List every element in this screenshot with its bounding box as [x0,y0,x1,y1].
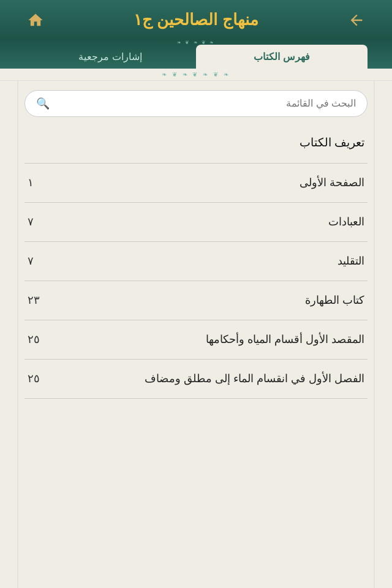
page-line-left [17,81,18,588]
search-container: 🔍 [0,81,392,123]
toc-number-5: ٢٥ [28,333,52,346]
search-box: 🔍 [24,90,368,117]
toc-title-0: تعريف الكتاب [52,134,364,152]
toc-item-0[interactable]: تعريف الكتاب [24,123,368,164]
tab-references[interactable]: إشارات مرجعية [24,45,196,69]
back-button[interactable] [345,9,368,31]
tabs-container: فهرس الكتاب إشارات مرجعية [0,40,392,69]
page-wrapper: منهاج الصالحين ج١ فهرس الكتاب إشارات مرج… [0,0,392,588]
toc-item-2[interactable]: العبادات ٧ [24,203,368,242]
toc-number-3: ٧ [28,254,52,268]
main-content: 🔍 تعريف الكتاب الصفحة الأولى ١ العبادات … [0,81,392,588]
search-icon: 🔍 [36,97,50,110]
toc-title-2: العبادات [52,214,364,230]
toc-item-6[interactable]: الفصل الأول في انقسام الماء إلى مطلق ومض… [24,360,368,399]
toc-item-1[interactable]: الصفحة الأولى ١ [24,164,368,203]
toc-number-4: ٢٣ [28,293,52,307]
toc-number-1: ١ [28,176,52,189]
toc-title-5: المقصد الأول أقسام المياه وأحكامها [52,331,364,348]
toc-title-6: الفصل الأول في انقسام الماء إلى مطلق ومض… [52,371,364,387]
toc-number-6: ٢٥ [28,372,52,385]
tab-index[interactable]: فهرس الكتاب [196,45,368,69]
toc-item-5[interactable]: المقصد الأول أقسام المياه وأحكامها ٢٥ [24,320,368,360]
ornament-bar: ❧ ❦ ❧ ❦ ❧ ❦ ❧ [0,69,392,81]
header: منهاج الصالحين ج١ [0,0,392,40]
toc-item-4[interactable]: كتاب الطهارة ٢٣ [24,281,368,320]
toc-title-4: كتاب الطهارة [52,292,364,309]
toc-title-3: التقليد [52,253,364,270]
toc-item-3[interactable]: التقليد ٧ [24,242,368,281]
page-title: منهاج الصالحين ج١ [47,10,345,29]
toc-number-2: ٧ [28,215,52,228]
search-input[interactable] [56,98,356,109]
home-button[interactable] [24,9,47,31]
page-line-right [374,81,375,588]
toc-area: تعريف الكتاب الصفحة الأولى ١ العبادات ٧ … [0,123,392,399]
toc-title-1: الصفحة الأولى [52,175,364,191]
